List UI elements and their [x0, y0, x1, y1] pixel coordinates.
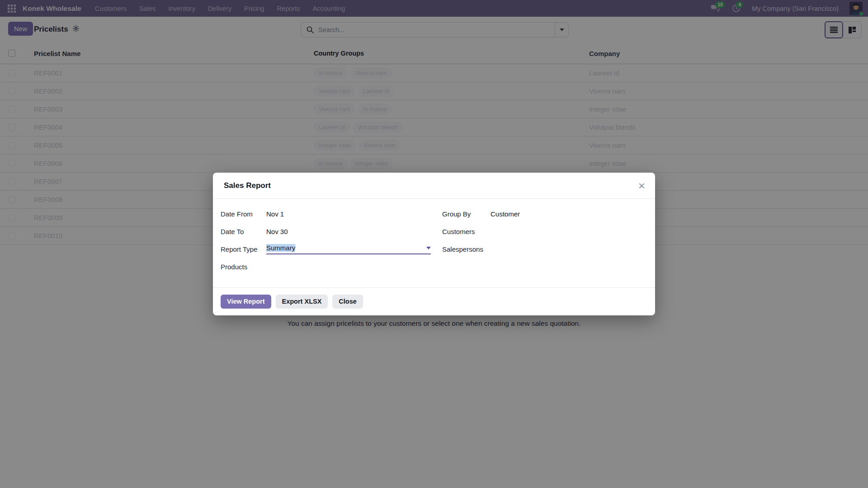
date-to-label: Date To [221, 228, 266, 235]
products-field[interactable] [266, 262, 433, 272]
close-button[interactable]: Close [332, 295, 363, 309]
report-type-select[interactable]: Summary [266, 244, 431, 254]
dialog-body: Date From Nov 1 Date To Nov 30 Report Ty… [213, 199, 655, 287]
customers-label: Customers [442, 228, 491, 235]
export-xlsx-button[interactable]: Export XLSX [276, 295, 328, 309]
date-to-field[interactable]: Nov 30 [266, 228, 288, 235]
report-type-value: Summary [266, 244, 295, 252]
date-from-field[interactable]: Nov 1 [266, 210, 284, 218]
salespersons-label: Salespersons [442, 245, 491, 253]
dialog-header: Sales Report × [213, 173, 655, 199]
close-icon[interactable]: × [638, 180, 645, 192]
dialog-footer: View Report Export XLSX Close [213, 287, 655, 315]
sales-report-dialog: Sales Report × Date From Nov 1 Date To N… [213, 173, 655, 315]
chevron-down-icon [426, 247, 431, 249]
dialog-title: Sales Report [224, 181, 271, 190]
salespersons-field[interactable] [491, 244, 641, 254]
report-type-label: Report Type [221, 245, 266, 253]
group-by-label: Group By [442, 210, 491, 218]
view-report-button[interactable]: View Report [221, 295, 271, 309]
group-by-select[interactable]: Customer [491, 210, 520, 218]
pricelists-page: Konek Wholesale CustomersSalesInventoryD… [0, 0, 868, 488]
products-label: Products [221, 263, 266, 271]
date-from-label: Date From [221, 210, 266, 218]
customers-field[interactable] [491, 227, 641, 237]
